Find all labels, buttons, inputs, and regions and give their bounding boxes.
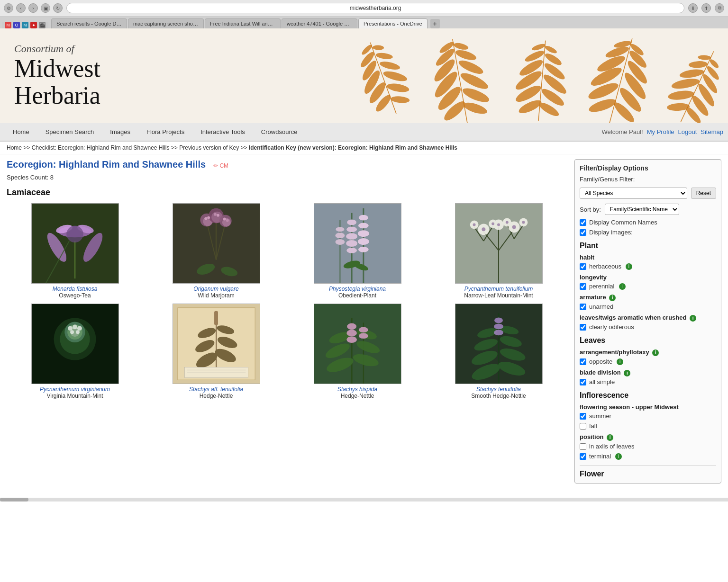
species-name-stachys-tenuifolia[interactable]: Stachys tenuifolia [476, 386, 521, 393]
svg-point-145 [70, 330, 74, 334]
tab-search-results[interactable]: Search results - Google Drive [51, 18, 127, 28]
svg-point-103 [358, 223, 368, 228]
summer-checkbox[interactable] [580, 413, 586, 420]
arrangement-info-icon[interactable]: i [652, 349, 659, 356]
display-common-names-checkbox[interactable] [580, 219, 586, 226]
species-card-stachys-aff[interactable]: Stachys aff. tenuifolia Hedge-Nettle [148, 304, 284, 399]
tab-weather[interactable]: weather 47401 - Google Search [282, 18, 357, 28]
svg-point-59 [679, 68, 705, 79]
tab-mac-screenshot[interactable]: mac capturing screen shot - G... [128, 18, 204, 28]
nav-interactive-tools[interactable]: Interactive Tools [192, 123, 253, 141]
species-name-origanum[interactable]: Origanum vulgare [193, 286, 238, 292]
fall-checkbox[interactable] [580, 423, 586, 430]
display-images-checkbox[interactable] [580, 229, 586, 236]
species-name-pycnanthemum-t[interactable]: Pycnanthemum tenuifolium [464, 286, 533, 292]
svg-point-172 [346, 336, 357, 343]
svg-point-174 [358, 333, 368, 339]
nav-home[interactable]: Home [5, 123, 37, 141]
nav-flora-projects[interactable]: Flora Projects [138, 123, 192, 141]
share-btn[interactable]: ⬆ [701, 3, 711, 13]
family-filter-select[interactable]: All Species [580, 188, 687, 199]
tab-presentations[interactable]: Presentations - OneDrive [358, 18, 428, 28]
svg-rect-156 [214, 311, 218, 325]
svg-point-63 [698, 55, 711, 60]
flower-section: Flower [580, 466, 716, 478]
species-card-pycnanthemum-v[interactable]: Pycnanthemum virginianum Virginia Mounta… [7, 304, 143, 399]
unarmed-label: unarmed [589, 303, 613, 310]
species-name-monarda[interactable]: Monarda fistulosa [53, 286, 98, 292]
position-info-icon[interactable]: i [607, 434, 613, 441]
download-btn[interactable]: ⬇ [688, 3, 698, 13]
logout-link[interactable]: Logout [678, 128, 697, 135]
breadcrumb-home[interactable]: Home [7, 144, 22, 151]
svg-point-134 [522, 221, 525, 224]
species-name-stachys-hispida[interactable]: Stachys hispida [337, 386, 377, 393]
breadcrumb-previous-key[interactable]: Previous version of Key [179, 144, 239, 151]
reload-btn[interactable]: ↻ [53, 3, 63, 13]
svg-point-135 [505, 221, 508, 224]
unarmed-row: unarmed [580, 303, 716, 310]
herbaceous-info-icon[interactable]: i [626, 263, 632, 270]
svg-point-105 [357, 238, 369, 245]
nav-specimen-search[interactable]: Specimen Search [37, 123, 102, 141]
nav-images[interactable]: Images [102, 123, 138, 141]
species-card-stachys-tenuifolia[interactable]: Stachys tenuifolia Smooth Hedge-Nettle [430, 304, 567, 399]
species-card-pycnanthemum-t[interactable]: Pycnanthemum tenuifolium Narrow-Leaf Mou… [430, 203, 567, 299]
perennial-info-icon[interactable]: i [619, 283, 626, 290]
species-card-origanum[interactable]: Origanum vulgare Wild Marjoram [148, 203, 284, 299]
summer-row: summer [580, 412, 716, 420]
settings-btn[interactable]: ⚙ [4, 3, 13, 13]
nav-crowdsource[interactable]: Crowdsource [253, 123, 306, 141]
address-bar[interactable]: midwestherbaria.org [66, 3, 684, 13]
herbaceous-checkbox[interactable] [580, 263, 586, 270]
view-btn[interactable]: ▣ [41, 3, 50, 13]
svg-point-143 [73, 324, 77, 329]
species-card-physostegia[interactable]: Physostegia virginiana Obedient-Plant [289, 203, 426, 299]
blade-info-icon[interactable]: i [624, 370, 630, 376]
forward-btn[interactable]: › [28, 3, 38, 13]
back-btn[interactable]: ‹ [16, 3, 26, 13]
species-card-stachys-hispida[interactable]: Stachys hispida Hedge-Nettle [289, 304, 426, 399]
svg-point-61 [689, 61, 708, 68]
odiferous-label: clearly odiferous [589, 323, 634, 331]
armature-info-icon[interactable]: i [609, 295, 616, 301]
leaves-section-title: Leaves [580, 336, 716, 345]
unarmed-checkbox[interactable] [580, 304, 586, 310]
all-simple-checkbox[interactable] [580, 379, 586, 385]
terminal-info-icon[interactable]: i [615, 453, 622, 460]
blade-division-property: blade division i [580, 369, 716, 376]
sort-select[interactable]: Family/Scientific Name [605, 204, 679, 215]
horizontal-scrollbar[interactable] [0, 498, 728, 501]
species-name-stachys-aff[interactable]: Stachys aff. tenuifolia [189, 386, 243, 393]
opposite-checkbox[interactable] [580, 358, 586, 365]
svg-point-187 [494, 323, 503, 329]
perennial-checkbox[interactable] [580, 283, 586, 290]
breadcrumb-checklist[interactable]: Checklist: Ecoregion: Highland Rim and S… [32, 144, 170, 151]
fern-decoration: .fern { fill: none; stroke: #c8700a; str… [301, 28, 728, 123]
site-branding: Consortium of MidwestHerbaria [14, 43, 100, 109]
species-card-monarda[interactable]: Monarda fistulosa Oswego-Tea [7, 203, 143, 299]
species-name-pycnanthemum-v[interactable]: Pycnanthemum virginianum [40, 386, 110, 393]
species-img-origanum [173, 203, 260, 284]
new-tab-button[interactable]: + [430, 19, 440, 28]
odiferous-checkbox[interactable] [580, 324, 586, 331]
svg-point-131 [497, 223, 500, 226]
species-name-physostegia[interactable]: Physostegia virginiana [329, 286, 386, 292]
edit-icon[interactable]: ✏ CM [213, 162, 228, 169]
species-img-pycnanthemum-v [31, 304, 119, 384]
my-profile-link[interactable]: My Profile [647, 128, 674, 135]
tab-indiana-will[interactable]: Free Indiana Last Will and Test... [205, 18, 281, 28]
aromatic-info-icon[interactable]: i [690, 315, 696, 322]
svg-point-107 [336, 227, 344, 232]
sitemap-link[interactable]: Sitemap [701, 128, 723, 135]
tabs-btn[interactable]: ⧉ [715, 3, 724, 13]
main-container: Ecoregion: Highland Rim and Shawnee Hill… [0, 154, 728, 488]
scrollbar-thumb[interactable] [0, 498, 28, 501]
opposite-info-icon[interactable]: i [617, 358, 623, 365]
terminal-checkbox[interactable] [580, 453, 586, 460]
svg-point-57 [671, 77, 700, 90]
svg-point-132 [473, 223, 475, 226]
reset-button[interactable]: Reset [691, 188, 716, 199]
axils-checkbox[interactable] [580, 443, 586, 450]
svg-point-87 [216, 214, 219, 217]
